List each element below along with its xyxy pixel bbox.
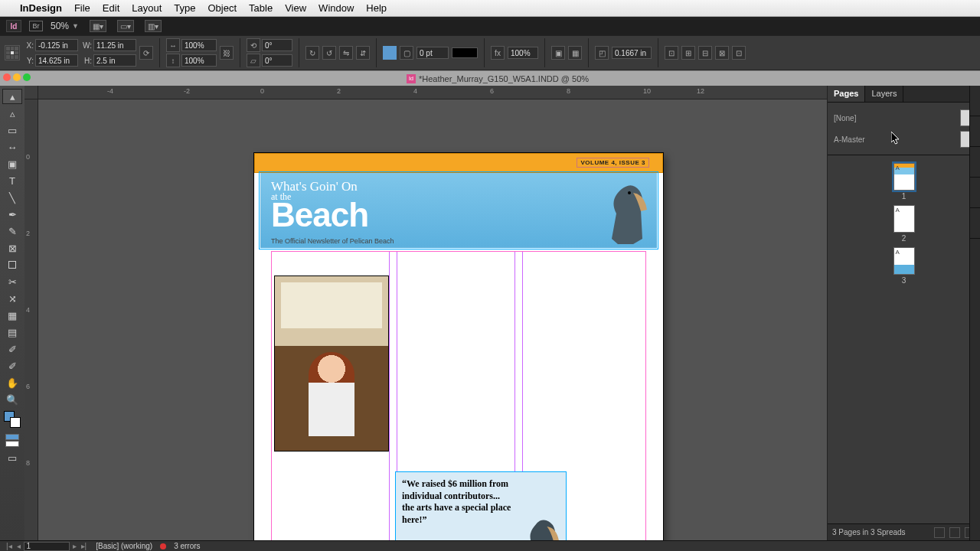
document-canvas[interactable]: -4 -2 0 2 4 6 8 10 12 0 2 4 6 8 VOLUME 4… xyxy=(24,86,827,540)
app-name[interactable]: InDesign xyxy=(20,2,62,14)
flip-horizontal-icon[interactable]: ⇋ xyxy=(339,46,353,60)
page-spread[interactable]: VOLUME 4, ISSUE 3 What's Goin' On at the… xyxy=(254,153,663,540)
pasteboard[interactable]: VOLUME 4, ISSUE 3 What's Goin' On at the… xyxy=(38,99,827,540)
scissors-tool[interactable]: ✂ xyxy=(2,274,22,289)
corner-radius-input[interactable]: 0.1667 in xyxy=(612,47,652,59)
zoom-tool[interactable]: 🔍 xyxy=(2,392,22,407)
menu-file[interactable]: File xyxy=(74,2,90,14)
gradient-feather-tool[interactable]: ▤ xyxy=(2,324,22,340)
column-guide[interactable] xyxy=(389,251,390,540)
fit-proportional-icon[interactable]: ⊡ xyxy=(732,46,746,60)
last-page-button[interactable]: ▸| xyxy=(80,542,89,550)
effects-icon[interactable]: fx xyxy=(491,46,505,60)
first-page-button[interactable]: |◂ xyxy=(5,542,14,550)
pen-tool[interactable]: ✒ xyxy=(2,207,22,222)
prev-page-button[interactable]: ◂ xyxy=(15,542,22,550)
next-page-button[interactable]: ▸ xyxy=(71,542,78,550)
ruler-origin[interactable] xyxy=(24,86,38,99)
flip-vertical-icon[interactable]: ⇵ xyxy=(356,46,370,60)
rotate-cw-icon[interactable]: ↻ xyxy=(305,46,319,60)
page-number-input[interactable]: 1 xyxy=(24,542,70,551)
master-a-label: A-Master xyxy=(834,135,865,144)
page-tool[interactable]: ▭ xyxy=(2,122,22,138)
screen-mode-button[interactable]: ▭▾ xyxy=(117,20,134,32)
fit-content-icon[interactable]: ⊡ xyxy=(665,46,678,60)
fill-proportional-icon[interactable]: ⊠ xyxy=(715,46,729,60)
direct-selection-tool[interactable]: ▵ xyxy=(2,106,22,121)
opacity-input[interactable]: 100% xyxy=(508,47,538,59)
edit-page-size-icon[interactable] xyxy=(934,527,945,538)
preflight-error-indicator-icon[interactable] xyxy=(160,543,166,549)
line-tool[interactable]: ╲ xyxy=(2,190,22,205)
minimize-window-button[interactable] xyxy=(13,73,21,81)
horizontal-ruler[interactable]: -4 -2 0 2 4 6 8 10 12 xyxy=(38,86,827,99)
screen-mode-tool[interactable]: ▭ xyxy=(2,450,22,465)
shear-input[interactable]: 0° xyxy=(262,54,292,67)
free-transform-tool[interactable]: ⤨ xyxy=(2,291,22,306)
stroke-style-dropdown[interactable] xyxy=(452,47,478,58)
w-input[interactable]: 11.25 in xyxy=(93,39,136,51)
close-window-button[interactable] xyxy=(3,73,11,81)
rectangle-frame-tool[interactable]: ⊠ xyxy=(2,240,22,256)
color-mode-buttons[interactable] xyxy=(2,432,22,448)
master-a[interactable]: A-Master xyxy=(834,129,974,150)
menu-type[interactable]: Type xyxy=(174,2,195,14)
selection-tool[interactable]: ▴ xyxy=(2,89,22,104)
rotation-input[interactable]: 0° xyxy=(262,39,292,51)
menu-window[interactable]: Window xyxy=(318,2,354,14)
bridge-button[interactable]: Br xyxy=(29,21,43,31)
x-input[interactable]: -0.125 in xyxy=(35,39,78,51)
arrange-documents-button[interactable]: ▥▾ xyxy=(145,20,162,32)
view-options-button[interactable]: ▦▾ xyxy=(90,20,106,32)
pencil-tool[interactable]: ✎ xyxy=(2,223,22,239)
text-wrap-none-icon[interactable]: ▣ xyxy=(551,46,565,60)
menu-view[interactable]: View xyxy=(285,2,306,14)
page-number-2: 2 xyxy=(834,234,974,243)
tab-pages[interactable]: Pages xyxy=(828,86,865,102)
fill-stroke-proxy[interactable] xyxy=(2,409,22,430)
type-tool[interactable]: T xyxy=(2,173,22,188)
gradient-swatch-tool[interactable]: ▦ xyxy=(2,308,22,323)
master-none[interactable]: [None] xyxy=(834,107,974,129)
menu-help[interactable]: Help xyxy=(366,2,387,14)
constrain-scale-icon[interactable]: ⛓ xyxy=(220,46,234,60)
rectangle-tool[interactable] xyxy=(2,257,22,272)
preflight-profile[interactable]: [Basic] (working) xyxy=(96,542,152,550)
scale-y-input[interactable]: 100% xyxy=(181,54,217,67)
menu-table[interactable]: Table xyxy=(249,2,273,14)
pull-quote-frame[interactable]: “We raised $6 million from individual co… xyxy=(395,471,567,540)
center-content-icon[interactable]: ⊟ xyxy=(698,46,712,60)
zoom-level-dropdown[interactable]: 50% ▼ xyxy=(51,21,79,31)
stroke-weight-input[interactable]: 0 pt xyxy=(416,47,449,59)
scale-x-input[interactable]: 100% xyxy=(181,39,217,51)
menu-layout[interactable]: Layout xyxy=(132,2,162,14)
note-tool[interactable]: ✐ xyxy=(2,341,22,357)
reference-point-proxy[interactable] xyxy=(5,45,20,60)
page-thumb-1[interactable]: A xyxy=(893,163,915,191)
tab-layers[interactable]: Layers xyxy=(865,86,903,102)
y-input[interactable]: 14.625 in xyxy=(35,54,78,67)
vertical-ruler[interactable]: 0 2 4 6 8 xyxy=(24,99,38,540)
photo-frame[interactable]: ? xyxy=(274,276,389,452)
pages-list[interactable]: A 1 A 2 A 3 xyxy=(828,155,980,523)
content-collector-tool[interactable]: ▣ xyxy=(2,156,22,171)
collapsed-panel-dock[interactable] xyxy=(969,86,980,540)
constrain-proportions-icon[interactable]: ⟳ xyxy=(139,46,153,60)
page-thumb-3[interactable]: A xyxy=(893,247,915,275)
page-thumb-2[interactable]: A xyxy=(893,205,915,233)
fill-swatch[interactable] xyxy=(383,46,397,60)
menu-edit[interactable]: Edit xyxy=(103,2,119,14)
preflight-error-count[interactable]: 3 errors xyxy=(174,542,200,550)
new-page-icon[interactable] xyxy=(949,527,960,538)
fit-frame-icon[interactable]: ⊞ xyxy=(681,46,695,60)
gap-tool[interactable]: ↔ xyxy=(2,139,22,155)
zoom-window-button[interactable] xyxy=(23,73,31,81)
eyedropper-tool[interactable]: ✐ xyxy=(2,358,22,373)
hand-tool[interactable]: ✋ xyxy=(2,375,22,390)
text-wrap-bound-icon[interactable]: ▦ xyxy=(568,46,582,60)
rotate-ccw-icon[interactable]: ↺ xyxy=(322,46,336,60)
menu-object[interactable]: Object xyxy=(208,2,237,14)
stroke-swatch[interactable]: ▢ xyxy=(400,46,413,60)
corner-options-icon[interactable]: ◰ xyxy=(595,46,609,60)
h-input[interactable]: 2.5 in xyxy=(93,54,136,67)
